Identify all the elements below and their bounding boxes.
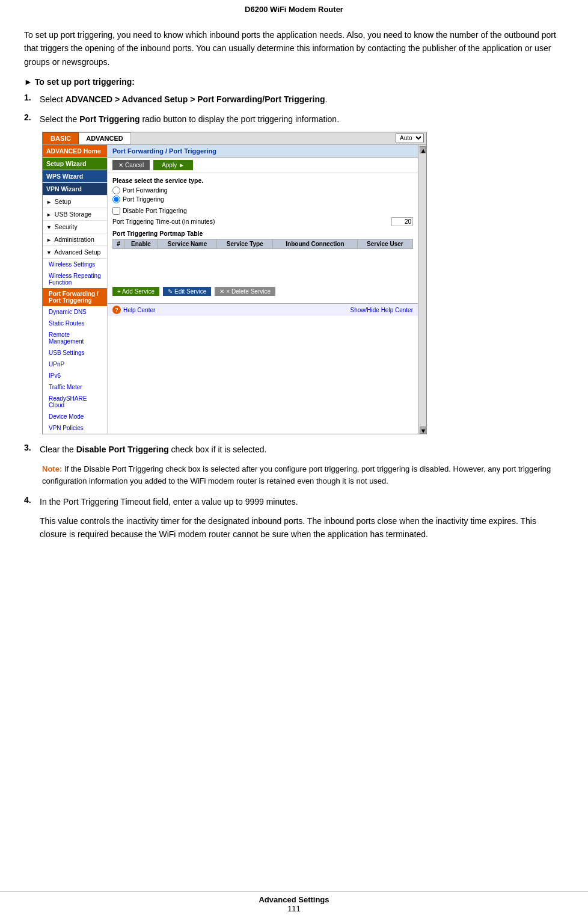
sidebar-sub-ipv6[interactable]: IPv6 [43,370,107,381]
col-hash: # [113,239,124,248]
step-4-text: In the Port Triggering Timeout field, en… [40,495,564,508]
step-1-text: Select ADVANCED > Advanced Setup > Port … [40,93,564,106]
sidebar-item-administration[interactable]: ► Administration [43,233,107,246]
sidebar: ADVANCED Home Setup Wizard WPS Wizard VP… [43,145,108,434]
apply-arrow-icon: ► [179,162,185,168]
sidebar-sub-wireless-repeating[interactable]: Wireless Repeating Function [43,270,107,288]
sidebar-sub-remote-mgmt[interactable]: Remote Management [43,329,107,347]
router-layout: ADVANCED Home Setup Wizard WPS Wizard VP… [43,144,426,434]
sidebar-item-wps-wizard[interactable]: WPS Wizard [43,170,107,183]
note-box: Note: If the Disable Port Triggering che… [42,463,564,487]
section-heading: ► To set up port triggering: [24,77,564,87]
sidebar-item-advanced-setup[interactable]: ▼ Advanced Setup [43,246,107,259]
sidebar-item-advanced-home[interactable]: ADVANCED Home [43,145,107,158]
router-page-title: Port Forwarding / Port Triggering [112,147,216,155]
page-header: D6200 WiFi Modem Router [0,0,588,16]
cancel-x-icon: ✕ [118,162,123,168]
service-type-label: Please select the service type. [112,177,413,184]
note-text: If the Disable Port Triggering check box… [42,464,551,485]
tab-advanced[interactable]: ADVANCED [79,132,131,144]
page-title-bar: Port Forwarding / Port Triggering [108,145,418,158]
edit-pencil-icon: ✎ [168,288,173,295]
steps-list: 1. Select ADVANCED > Advanced Setup > Po… [24,93,564,126]
main-content-area: Port Forwarding / Port Triggering ✕ Canc… [108,145,418,434]
note-label: Note: [42,464,62,473]
sidebar-item-setup-wizard[interactable]: Setup Wizard [43,158,107,170]
step-4-followup: This value controls the inactivity timer… [40,514,564,541]
cancel-button[interactable]: ✕ Cancel [112,160,150,170]
port-table-section: Port Triggering Portmap Table # Enable S… [112,230,413,297]
radio-port-triggering-input[interactable] [112,196,120,203]
scrollbar[interactable]: ▲ ▼ [418,145,426,434]
toolbar: ✕ Cancel Apply ► [108,158,418,173]
tab-auto-select-area: Auto [396,133,426,143]
step-3: 3. Clear the Disable Port Triggering che… [24,443,564,456]
step-4: 4. In the Port Triggering Timeout field,… [24,495,564,508]
step-2: 2. Select the Port Triggering radio butt… [24,112,564,126]
sidebar-sub-upnp[interactable]: UPnP [43,359,107,370]
sidebar-sub-port-forwarding[interactable]: Port Forwarding / Port Triggering [43,288,107,306]
table-title: Port Triggering Portmap Table [112,230,413,237]
arrow-icon: ► [24,77,35,87]
table-row-empty [113,248,413,285]
disable-port-triggering-checkbox[interactable] [112,207,120,215]
delete-x-icon: ✕ [219,288,224,295]
sidebar-sub-usb-settings[interactable]: USB Settings [43,347,107,359]
radio-group: Port Forwarding Port Triggering [112,186,413,203]
scrollbar-down[interactable]: ▼ [420,427,426,434]
sidebar-item-vpn-wizard[interactable]: VPN Wizard [43,183,107,196]
sidebar-sub-dynamic-dns[interactable]: Dynamic DNS [43,306,107,318]
step-2-num: 2. [24,112,40,122]
add-service-button[interactable]: + Add Service [112,287,159,296]
step-1: 1. Select ADVANCED > Advanced Setup > Po… [24,93,564,106]
bottom-bar: ? Help Center Show/Hide Help Center [108,303,418,316]
step-3-container: 3. Clear the Disable Port Triggering che… [24,443,564,456]
scrollbar-up[interactable]: ▲ [420,146,426,153]
timeout-label: Port Triggering Time-out (in minutes) [112,218,215,225]
step-3-num: 3. [24,443,40,452]
disable-port-triggering-checkbox-row[interactable]: Disable Port Triggering [112,207,413,215]
sidebar-item-security[interactable]: ▼ Security [43,221,107,233]
sidebar-sub-static-routes[interactable]: Static Routes [43,318,107,329]
auto-dropdown[interactable]: Auto [396,133,424,143]
step-1-num: 1. [24,93,40,102]
router-form: Please select the service type. Port For… [108,173,418,304]
radio-port-triggering[interactable]: Port Triggering [112,196,413,203]
sidebar-item-usb-storage[interactable]: ► USB Storage [43,208,107,221]
port-table: # Enable Service Name Service Type Inbou… [112,239,413,285]
sidebar-sub-device-mode[interactable]: Device Mode [43,411,107,422]
col-service-user: Service User [357,239,412,248]
sidebar-sub-readyshare[interactable]: ReadySHARE Cloud [43,393,107,411]
timeout-input[interactable] [391,217,413,226]
router-tabs: BASIC ADVANCED Auto [43,132,426,144]
col-service-type: Service Type [217,239,273,248]
radio-port-forwarding[interactable]: Port Forwarding [112,186,413,194]
sidebar-sub-wireless-settings[interactable]: Wireless Settings [43,259,107,270]
col-inbound: Inbound Connection [273,239,358,248]
sidebar-item-setup[interactable]: ► Setup [43,196,107,208]
table-actions: + Add Service ✎ Edit Service ✕ × Delete … [112,287,413,296]
radio-port-forwarding-input[interactable] [112,186,120,194]
step-3-text: Clear the Disable Port Triggering check … [40,443,564,456]
help-icon: ? [112,306,121,314]
delete-service-button[interactable]: ✕ × Delete Service [215,287,275,296]
help-center-button[interactable]: ? Help Center [112,306,155,314]
show-hide-help[interactable]: Show/Hide Help Center [351,307,414,313]
step-2-text: Select the Port Triggering radio button … [40,112,564,126]
step-4-container: 4. In the Port Triggering Timeout field,… [24,495,564,541]
step-4-num: 4. [24,495,40,505]
sidebar-sub-traffic-meter[interactable]: Traffic Meter [43,381,107,393]
sidebar-sub-vpn-policies[interactable]: VPN Policies [43,422,107,434]
intro-paragraph: To set up port triggering, you need to k… [24,28,564,69]
page-header-title: D6200 WiFi Modem Router [245,5,343,14]
page-footer: Advanced Settings 111 [0,891,588,913]
col-service-name: Service Name [158,239,217,248]
apply-button[interactable]: Apply ► [153,160,193,170]
col-enable: Enable [124,239,158,248]
router-ui: BASIC ADVANCED Auto ADVANCED Home Setup … [42,132,427,434]
timeout-row: Port Triggering Time-out (in minutes) [112,217,413,226]
footer-page-number: 111 [0,904,588,913]
edit-service-button[interactable]: ✎ Edit Service [163,287,211,296]
tab-basic[interactable]: BASIC [43,132,79,144]
footer-section-title: Advanced Settings [0,895,588,904]
